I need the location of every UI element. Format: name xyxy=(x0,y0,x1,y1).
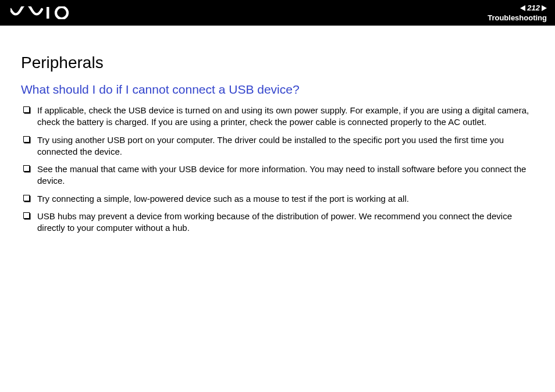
list-item: If applicable, check the USB device is t… xyxy=(21,105,534,129)
list-item-text: If applicable, check the USB device is t… xyxy=(37,105,529,127)
page-title: Peripherals xyxy=(21,54,534,72)
bullet-icon xyxy=(23,106,30,113)
page-number: 212 xyxy=(527,3,540,13)
bullet-icon xyxy=(23,212,30,219)
page-indicator: 212 xyxy=(488,3,547,13)
header-bar: 212 Troubleshooting xyxy=(0,0,555,26)
vaio-logo xyxy=(10,0,72,26)
question-heading: What should I do if I cannot connect a U… xyxy=(21,83,534,97)
page-content: Peripherals What should I do if I cannot… xyxy=(0,26,555,234)
list-item-text: Try using another USB port on your compu… xyxy=(37,135,504,156)
section-label: Troubleshooting xyxy=(488,13,547,23)
bullet-list: If applicable, check the USB device is t… xyxy=(21,105,534,234)
bullet-icon xyxy=(23,195,30,201)
next-page-icon[interactable] xyxy=(542,5,547,11)
list-item: Try connecting a simple, low-powered dev… xyxy=(21,193,534,205)
list-item: Try using another USB port on your compu… xyxy=(21,134,534,158)
vaio-logo-svg xyxy=(10,6,72,19)
list-item-text: USB hubs may prevent a device from worki… xyxy=(37,211,512,233)
header-nav: 212 Troubleshooting xyxy=(488,3,547,22)
list-item-text: See the manual that came with your USB d… xyxy=(37,164,526,186)
svg-rect-0 xyxy=(47,7,49,19)
prev-page-icon[interactable] xyxy=(520,5,525,11)
list-item: USB hubs may prevent a device from worki… xyxy=(21,211,534,234)
list-item: See the manual that came with your USB d… xyxy=(21,163,534,187)
bullet-icon xyxy=(23,136,30,142)
list-item-text: Try connecting a simple, low-powered dev… xyxy=(37,194,409,204)
svg-point-1 xyxy=(56,7,67,19)
bullet-icon xyxy=(23,165,30,172)
